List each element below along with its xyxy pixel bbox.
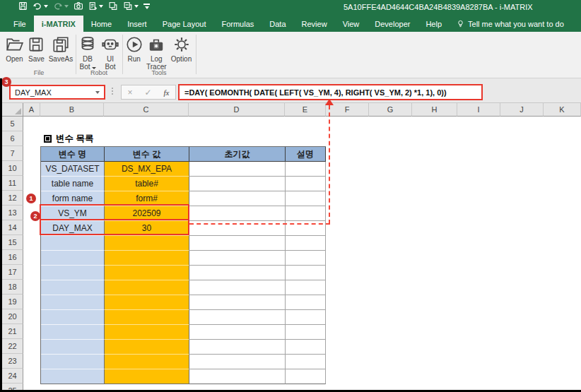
cell-B11-name[interactable]: table name — [41, 177, 105, 191]
undo-button[interactable] — [33, 1, 48, 11]
empty-cell[interactable] — [105, 251, 189, 266]
row-header-14[interactable]: 14 — [2, 220, 23, 235]
empty-cell[interactable] — [189, 251, 286, 266]
cell-D14-initial[interactable] — [189, 221, 286, 236]
tab-page-layout[interactable]: Page Layout — [155, 16, 214, 32]
col-header-K[interactable]: K — [544, 103, 581, 117]
empty-cell[interactable] — [189, 295, 286, 310]
cell-E13-desc[interactable] — [286, 206, 326, 221]
empty-cell[interactable] — [286, 325, 326, 340]
empty-cell[interactable] — [189, 325, 286, 340]
empty-cell[interactable] — [41, 369, 105, 384]
cell-B10-name[interactable]: VS_DATASET — [41, 162, 105, 177]
empty-cell[interactable] — [105, 310, 189, 325]
row-header-20[interactable]: 20 — [2, 309, 23, 324]
empty-cell[interactable] — [286, 295, 326, 310]
col-header-E[interactable]: E — [285, 103, 326, 117]
col-header-J[interactable]: J — [500, 103, 544, 117]
option-button[interactable]: Option — [168, 35, 194, 63]
tab-formulas[interactable]: Formulas — [213, 16, 262, 32]
undo-dropdown-caret-icon[interactable] — [44, 5, 48, 8]
empty-cell[interactable] — [286, 280, 326, 295]
formula-bar[interactable]: =DAY( EOMONTH( DATE( LEFT( VS_YM, 4), RI… — [178, 84, 483, 100]
cell-C10-value[interactable]: DS_MX_EPA — [105, 162, 189, 177]
tab-insert[interactable]: Insert — [119, 16, 155, 32]
cell-C13-value[interactable]: 202509 — [105, 206, 189, 221]
col-header-B[interactable]: B — [40, 103, 104, 117]
row-header-6[interactable]: 6 — [2, 131, 23, 146]
row-header-21[interactable]: 21 — [2, 324, 23, 339]
customize-caret-icon[interactable] — [145, 6, 149, 9]
log-tracer-button[interactable]: Log Tracer — [146, 35, 168, 71]
empty-cell[interactable] — [41, 310, 105, 325]
empty-cell[interactable] — [41, 295, 105, 310]
empty-cell[interactable] — [105, 355, 189, 369]
cell-C11-value[interactable]: table# — [105, 177, 189, 191]
row-header-12[interactable]: 12 — [2, 191, 23, 206]
empty-cell[interactable] — [41, 280, 105, 295]
tab-data[interactable]: Data — [262, 16, 293, 32]
duplicate-dropdown-caret-icon[interactable] — [134, 5, 139, 8]
empty-cell[interactable] — [189, 236, 286, 251]
empty-cell[interactable] — [105, 325, 189, 340]
empty-cell[interactable] — [105, 295, 189, 310]
tab-file[interactable]: File — [6, 16, 34, 32]
empty-cell[interactable] — [41, 236, 105, 251]
empty-cell[interactable] — [105, 266, 189, 280]
empty-cell[interactable] — [286, 369, 326, 384]
empty-cell[interactable] — [41, 325, 105, 340]
table-header-value[interactable]: 변수 값 — [105, 147, 189, 162]
tab-view[interactable]: View — [335, 16, 368, 32]
empty-cell[interactable] — [41, 340, 105, 355]
table-header-name[interactable]: 변수 명 — [41, 147, 105, 162]
empty-cell[interactable] — [105, 369, 189, 384]
row-header-16[interactable]: 16 — [2, 250, 23, 265]
empty-cell[interactable] — [189, 266, 286, 280]
cell-E14-desc[interactable] — [286, 221, 326, 236]
cell-B12-name[interactable]: form name — [41, 191, 105, 206]
save-icon[interactable] — [18, 1, 28, 11]
cell-B14-name[interactable]: DAY_MAX — [41, 221, 105, 236]
empty-cell[interactable] — [189, 355, 286, 369]
empty-cell[interactable] — [105, 280, 189, 295]
row-header-5[interactable]: 5 — [2, 117, 23, 131]
paste-dropdown-caret-icon[interactable] — [99, 5, 103, 8]
empty-cell[interactable] — [286, 266, 326, 280]
empty-cell[interactable] — [286, 310, 326, 325]
empty-cell[interactable] — [41, 355, 105, 369]
formula-bar-splitter[interactable] — [112, 88, 113, 95]
empty-cell[interactable] — [105, 340, 189, 355]
empty-cell[interactable] — [286, 236, 326, 251]
cell-B13-name[interactable]: VS_YM — [41, 206, 105, 221]
customize-qat-button[interactable] — [143, 4, 150, 9]
col-header-C[interactable]: C — [104, 103, 189, 117]
empty-cell[interactable] — [189, 310, 286, 325]
tab-review[interactable]: Review — [294, 16, 335, 32]
table-header-desc[interactable]: 설명 — [286, 147, 326, 162]
row-header-11[interactable]: 11 — [2, 176, 23, 191]
col-header-G[interactable]: G — [369, 103, 412, 117]
empty-cell[interactable] — [189, 340, 286, 355]
run-button[interactable]: Run — [124, 35, 145, 63]
row-header-18[interactable]: 18 — [2, 280, 23, 295]
cell-C12-value[interactable]: form# — [105, 191, 189, 206]
paste-special-button[interactable] — [88, 1, 103, 11]
col-header-A[interactable]: A — [23, 103, 40, 117]
empty-cell[interactable] — [41, 251, 105, 266]
cell-E11-desc[interactable] — [286, 177, 326, 191]
tab-developer[interactable]: Developer — [367, 16, 418, 32]
empty-cell[interactable] — [105, 236, 189, 251]
row-header-23[interactable]: 23 — [2, 354, 23, 369]
row-header-7[interactable]: 7 — [2, 146, 23, 161]
name-box[interactable]: DAY_MAX — [9, 85, 105, 100]
empty-cell[interactable] — [41, 266, 105, 280]
col-header-I[interactable]: I — [457, 103, 500, 117]
cell-E12-desc[interactable] — [286, 191, 326, 206]
saveas-button[interactable]: SaveAs — [48, 35, 74, 63]
row-header-19[interactable]: 19 — [2, 295, 23, 309]
row-header-15[interactable]: 15 — [2, 235, 23, 250]
empty-cell[interactable] — [189, 369, 286, 384]
db-bot-button[interactable]: DB Bot — [77, 35, 98, 71]
tab-home[interactable]: Home — [83, 16, 119, 32]
tab-i-matrix[interactable]: i-MATRIX — [34, 16, 83, 32]
